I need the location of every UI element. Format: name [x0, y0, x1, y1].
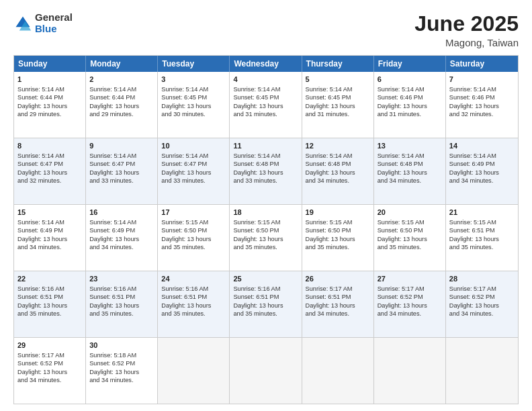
day-info-line: Sunset: 6:51 PM — [449, 226, 515, 234]
day-info-line: Sunrise: 5:14 AM — [449, 152, 515, 160]
day-number: 20 — [378, 208, 442, 218]
day-info-line: Sunset: 6:52 PM — [17, 359, 82, 367]
header-day-sunday: Sunday — [14, 56, 86, 72]
day-number: 18 — [233, 208, 298, 218]
day-cell-12: 12Sunrise: 5:14 AMSunset: 6:48 PMDayligh… — [302, 138, 374, 204]
header-day-friday: Friday — [374, 56, 446, 72]
day-info-line: and 31 minutes. — [233, 110, 298, 118]
day-info-line: and 35 minutes. — [233, 310, 298, 318]
day-info-line: and 29 minutes. — [89, 110, 154, 118]
day-number: 25 — [233, 274, 298, 284]
day-info-line: and 35 minutes. — [161, 310, 226, 318]
day-info-line: Sunrise: 5:16 AM — [89, 285, 154, 293]
day-number: 10 — [161, 141, 226, 151]
day-info-line: Sunrise: 5:17 AM — [306, 285, 370, 293]
day-info-line: Daylight: 13 hours — [449, 302, 515, 310]
logo-blue: Blue — [35, 24, 73, 35]
day-info-line: Sunset: 6:49 PM — [17, 226, 82, 234]
day-cell-8: 8Sunrise: 5:14 AMSunset: 6:47 PMDaylight… — [14, 138, 86, 204]
day-info-line: Sunrise: 5:14 AM — [89, 85, 154, 93]
week-row-5: 29Sunrise: 5:17 AMSunset: 6:52 PMDayligh… — [14, 338, 518, 404]
day-cell-29: 29Sunrise: 5:17 AMSunset: 6:52 PMDayligh… — [14, 338, 86, 404]
day-info-line: Sunrise: 5:14 AM — [233, 152, 298, 160]
day-info-line: Sunrise: 5:17 AM — [449, 285, 515, 293]
day-info-line: and 35 minutes. — [233, 243, 298, 251]
day-cell-4: 4Sunrise: 5:14 AMSunset: 6:45 PMDaylight… — [230, 72, 302, 138]
day-info-line: Daylight: 13 hours — [378, 302, 442, 310]
day-info-line: Daylight: 13 hours — [378, 102, 442, 110]
day-info-line: and 34 minutes. — [449, 177, 515, 185]
week-row-1: 1Sunrise: 5:14 AMSunset: 6:44 PMDaylight… — [14, 72, 518, 138]
day-number: 17 — [161, 208, 226, 218]
day-info-line: Sunset: 6:50 PM — [161, 226, 226, 234]
day-number: 4 — [233, 75, 298, 85]
day-info-line: Daylight: 13 hours — [17, 169, 82, 177]
day-info-line: Daylight: 13 hours — [17, 302, 82, 310]
header-day-thursday: Thursday — [302, 56, 374, 72]
day-number: 16 — [89, 208, 154, 218]
day-cell-27: 27Sunrise: 5:17 AMSunset: 6:52 PMDayligh… — [374, 271, 446, 337]
day-info-line: and 34 minutes. — [449, 310, 515, 318]
day-number: 28 — [449, 274, 515, 284]
day-info-line: Daylight: 13 hours — [161, 235, 226, 243]
day-cell-30: 30Sunrise: 5:18 AMSunset: 6:52 PMDayligh… — [86, 338, 158, 404]
day-cell-22: 22Sunrise: 5:16 AMSunset: 6:51 PMDayligh… — [14, 271, 86, 337]
day-info-line: and 34 minutes. — [306, 177, 370, 185]
day-info-line: Daylight: 13 hours — [161, 302, 226, 310]
day-info-line: Sunset: 6:51 PM — [17, 293, 82, 301]
page: General Blue June 2025 Magong, Taiwan Su… — [0, 0, 532, 411]
day-cell-13: 13Sunrise: 5:14 AMSunset: 6:48 PMDayligh… — [374, 138, 446, 204]
day-info-line: Sunrise: 5:14 AM — [17, 152, 82, 160]
day-info-line: and 35 minutes. — [17, 310, 82, 318]
day-info-line: Sunrise: 5:18 AM — [89, 351, 154, 359]
day-info-line: Daylight: 13 hours — [233, 302, 298, 310]
day-info-line: Daylight: 13 hours — [449, 169, 515, 177]
day-info-line: Daylight: 13 hours — [161, 102, 226, 110]
day-number: 8 — [17, 141, 82, 151]
logo-text: General Blue — [35, 12, 73, 34]
day-info-line: Sunrise: 5:14 AM — [233, 85, 298, 93]
day-info-line: Sunset: 6:52 PM — [89, 359, 154, 367]
day-cell-24: 24Sunrise: 5:16 AMSunset: 6:51 PMDayligh… — [158, 271, 230, 337]
empty-cell — [446, 338, 518, 404]
day-info-line: and 34 minutes. — [89, 376, 154, 384]
day-info-line: Daylight: 13 hours — [233, 169, 298, 177]
day-info-line: Daylight: 13 hours — [378, 169, 442, 177]
day-info-line: Sunrise: 5:15 AM — [233, 218, 298, 226]
day-cell-6: 6Sunrise: 5:14 AMSunset: 6:46 PMDaylight… — [374, 72, 446, 138]
day-info-line: Sunset: 6:49 PM — [449, 160, 515, 168]
day-number: 23 — [89, 274, 154, 284]
day-cell-25: 25Sunrise: 5:16 AMSunset: 6:51 PMDayligh… — [230, 271, 302, 337]
day-cell-19: 19Sunrise: 5:15 AMSunset: 6:50 PMDayligh… — [302, 205, 374, 271]
title-month: June 2025 — [414, 12, 519, 36]
day-number: 27 — [378, 274, 442, 284]
day-info-line: Sunset: 6:47 PM — [17, 160, 82, 168]
day-info-line: and 35 minutes. — [89, 310, 154, 318]
day-info-line: Sunrise: 5:16 AM — [233, 285, 298, 293]
header-day-tuesday: Tuesday — [158, 56, 230, 72]
day-number: 7 — [449, 75, 515, 85]
day-number: 24 — [161, 274, 226, 284]
day-info-line: Sunrise: 5:14 AM — [17, 85, 82, 93]
day-info-line: Sunset: 6:50 PM — [306, 226, 370, 234]
title-block: June 2025 Magong, Taiwan — [414, 12, 519, 48]
day-info-line: Sunset: 6:45 PM — [161, 93, 226, 101]
day-info-line: Sunrise: 5:14 AM — [89, 152, 154, 160]
logo-icon — [13, 14, 32, 33]
calendar-header: SundayMondayTuesdayWednesdayThursdayFrid… — [14, 56, 518, 72]
day-info-line: and 33 minutes. — [161, 177, 226, 185]
week-row-2: 8Sunrise: 5:14 AMSunset: 6:47 PMDaylight… — [14, 138, 518, 205]
day-info-line: and 35 minutes. — [378, 243, 442, 251]
day-info-line: Sunrise: 5:14 AM — [378, 152, 442, 160]
day-cell-3: 3Sunrise: 5:14 AMSunset: 6:45 PMDaylight… — [158, 72, 230, 138]
day-info-line: Daylight: 13 hours — [233, 102, 298, 110]
day-info-line: Daylight: 13 hours — [89, 302, 154, 310]
day-info-line: Daylight: 13 hours — [306, 302, 370, 310]
day-cell-9: 9Sunrise: 5:14 AMSunset: 6:47 PMDaylight… — [86, 138, 158, 204]
day-info-line: Sunrise: 5:14 AM — [449, 85, 515, 93]
day-cell-14: 14Sunrise: 5:14 AMSunset: 6:49 PMDayligh… — [446, 138, 518, 204]
header-day-monday: Monday — [86, 56, 158, 72]
day-info-line: Sunset: 6:48 PM — [233, 160, 298, 168]
day-info-line: and 34 minutes. — [378, 310, 442, 318]
day-info-line: Sunset: 6:48 PM — [378, 160, 442, 168]
